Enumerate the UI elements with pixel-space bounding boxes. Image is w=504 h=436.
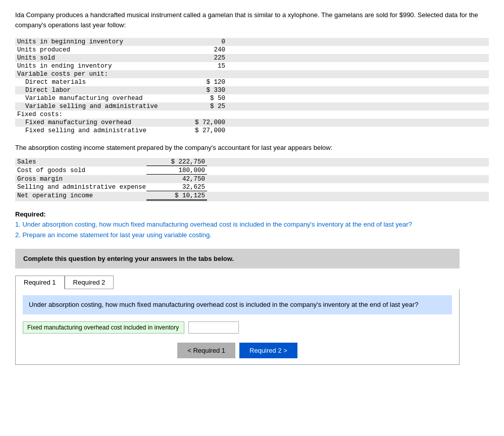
ops-row: Units produced240: [15, 46, 489, 54]
ops-row-value: $ 27,000: [167, 127, 227, 134]
question-bar: Under absorption costing, how much fixed…: [23, 295, 452, 314]
next-button[interactable]: Required 2 >: [239, 343, 297, 358]
income-row-label: Cost of goods sold: [15, 167, 146, 175]
ops-row-value: 225: [167, 54, 227, 62]
required-section: Required: 1. Under absorption costing, h…: [15, 209, 489, 241]
required-item-1: 1. Under absorption costing, how much fi…: [15, 221, 412, 228]
ops-row: Units in ending inventory15: [15, 62, 489, 70]
income-row: Sales$ 222,750: [15, 158, 489, 167]
income-row-value: 42,750: [146, 176, 207, 183]
ops-row: Variable manufacturing overhead$ 50: [15, 94, 489, 102]
ops-row: Units sold225: [15, 54, 489, 62]
input-row: Fixed manufacturing overhead cost includ…: [23, 319, 452, 336]
ops-row-value: 240: [167, 46, 227, 53]
overhead-cost-input[interactable]: [188, 321, 239, 334]
ops-row-value: $ 50: [167, 95, 227, 102]
ops-row-label: Fixed selling and administrative: [15, 127, 167, 134]
ops-row-value: $ 120: [167, 79, 227, 86]
ops-row-value: 0: [167, 38, 227, 45]
nav-buttons: < Required 1 Required 2 >: [23, 343, 452, 358]
ops-row: Fixed selling and administrative$ 27,000: [15, 127, 489, 135]
intro-text: Ida Company produces a handcrafted music…: [15, 10, 489, 30]
income-row-value: $ 10,125: [146, 192, 207, 201]
ops-row-label: Units in ending inventory: [15, 63, 167, 70]
income-statement-table: Sales$ 222,750Cost of goods sold180,000G…: [15, 158, 489, 201]
ops-row-label: Units sold: [15, 54, 167, 62]
income-row-value: 180,000: [146, 167, 207, 175]
input-label: Fixed manufacturing overhead cost includ…: [23, 321, 184, 334]
income-row: Net operating income$ 10,125: [15, 192, 489, 201]
income-row-value: $ 222,750: [146, 158, 207, 166]
absorption-text: The absorption costing income statement …: [15, 143, 489, 153]
income-row-label: Gross margin: [15, 176, 146, 183]
income-row-label: Sales: [15, 158, 146, 166]
tab-required-1[interactable]: Required 1: [15, 276, 65, 289]
ops-row-label: Fixed costs:: [15, 111, 167, 118]
tab-required-2[interactable]: Required 2: [65, 276, 114, 289]
ops-row-value: [167, 71, 227, 78]
ops-row-value: 15: [167, 63, 227, 70]
ops-row-label: Variable costs per unit:: [15, 71, 167, 78]
complete-box: Complete this question by entering your …: [15, 249, 460, 268]
ops-row: Fixed manufacturing overhead$ 72,000: [15, 119, 489, 127]
ops-row-value: $ 25: [167, 103, 227, 110]
income-row: Gross margin42,750: [15, 175, 489, 183]
required-item-2: 2. Prepare an income statement for last …: [15, 231, 212, 239]
ops-row: Direct labor$ 330: [15, 86, 489, 94]
ops-row: Variable costs per unit:: [15, 70, 489, 78]
ops-row-label: Variable selling and administrative: [15, 103, 167, 110]
ops-row: Variable selling and administrative$ 25: [15, 102, 489, 111]
required-heading: Required:: [15, 210, 46, 218]
ops-row: Units in beginning inventory0: [15, 38, 489, 46]
ops-row-label: Direct labor: [15, 87, 167, 94]
tab-content: Under absorption costing, how much fixed…: [15, 289, 460, 365]
income-row: Selling and administrative expense32,625: [15, 183, 489, 192]
prev-button[interactable]: < Required 1: [177, 343, 235, 358]
ops-row-label: Units produced: [15, 46, 167, 53]
ops-row-label: Units in beginning inventory: [15, 38, 167, 45]
ops-row-label: Variable manufacturing overhead: [15, 95, 167, 102]
operations-data-table: Units in beginning inventory0Units produ…: [15, 38, 489, 135]
income-row-value: 32,625: [146, 184, 207, 191]
tabs-container: Required 1 Required 2: [15, 276, 489, 289]
income-row-label: Net operating income: [15, 192, 146, 201]
ops-row-value: $ 330: [167, 87, 227, 94]
ops-row-label: Fixed manufacturing overhead: [15, 119, 167, 126]
ops-row: Direct materials$ 120: [15, 78, 489, 86]
ops-row-value: [167, 111, 227, 118]
ops-row: Fixed costs:: [15, 111, 489, 119]
income-row: Cost of goods sold180,000: [15, 167, 489, 175]
ops-row-value: $ 72,000: [167, 119, 227, 126]
income-row-label: Selling and administrative expense: [15, 184, 146, 191]
ops-row-label: Direct materials: [15, 79, 167, 86]
